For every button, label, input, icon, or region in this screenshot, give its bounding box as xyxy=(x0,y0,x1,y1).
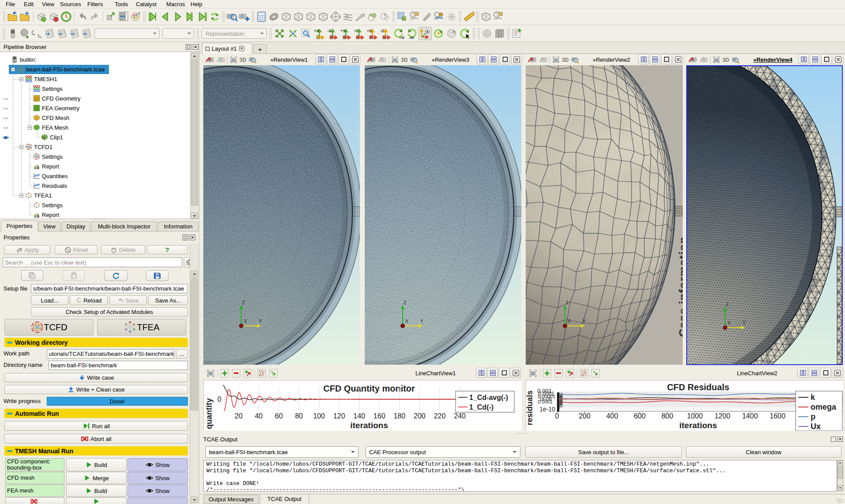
svg-text:+Y: +Y xyxy=(340,29,345,33)
svg-text:40: 40 xyxy=(255,412,263,420)
svg-text:Y: Y xyxy=(583,319,586,324)
svg-text:0.0001: 0.0001 xyxy=(538,399,553,404)
svg-text:200: 200 xyxy=(579,412,591,420)
svg-text:140: 140 xyxy=(353,412,365,420)
svg-text:CFD Residuals: CFD Residuals xyxy=(667,382,729,392)
svg-text:-Z: -Z xyxy=(380,29,384,33)
svg-text:160: 160 xyxy=(374,412,385,420)
svg-text:quantity: quantity xyxy=(205,398,213,429)
svg-text:+90: +90 xyxy=(399,36,404,39)
svg-text:Z: Z xyxy=(566,300,568,305)
svg-text:X: X xyxy=(405,319,408,324)
svg-text:-X: -X xyxy=(327,29,331,33)
svg-text:1600: 1600 xyxy=(770,412,785,420)
svg-text:omega: omega xyxy=(811,403,837,411)
svg-text:0: 0 xyxy=(217,396,221,403)
svg-text:X: X xyxy=(728,321,731,325)
svg-text:-90: -90 xyxy=(409,36,414,39)
svg-text:Y: Y xyxy=(743,321,746,325)
svg-text:120: 120 xyxy=(333,412,345,420)
svg-text:Z: Z xyxy=(242,300,245,305)
svg-text:+X: +X xyxy=(314,29,319,33)
svg-text:iterations: iterations xyxy=(679,421,717,430)
svg-text:100: 100 xyxy=(313,412,325,420)
svg-text:Case information: Case information xyxy=(677,236,683,337)
svg-text:180: 180 xyxy=(393,412,405,420)
svg-text:800: 800 xyxy=(662,412,673,420)
svg-text:0: 0 xyxy=(555,412,559,420)
svg-text:iterations: iterations xyxy=(350,421,388,430)
svg-text:1400: 1400 xyxy=(742,412,758,420)
svg-text:1000: 1000 xyxy=(687,412,703,420)
svg-text:60: 60 xyxy=(275,412,283,420)
svg-text:1200: 1200 xyxy=(714,412,730,420)
svg-text:80: 80 xyxy=(295,412,303,420)
svg-text:p: p xyxy=(811,412,815,421)
svg-text:X: X xyxy=(568,319,571,324)
svg-text:1_Cd(-): 1_Cd(-) xyxy=(469,403,494,411)
svg-text:220: 220 xyxy=(434,412,446,420)
svg-text:Y: Y xyxy=(259,319,262,324)
svg-text:Z: Z xyxy=(404,300,406,305)
svg-text:1_Cd-avg(-): 1_Cd-avg(-) xyxy=(469,394,508,401)
svg-text:Ux: Ux xyxy=(811,422,821,431)
svg-text:k: k xyxy=(811,393,815,402)
svg-text:600: 600 xyxy=(634,412,646,420)
svg-text:residuals: residuals xyxy=(526,390,534,425)
svg-text:CFD Quantity monitor: CFD Quantity monitor xyxy=(323,384,415,393)
svg-text:240: 240 xyxy=(454,412,466,420)
svg-text:+Z: +Z xyxy=(367,29,372,33)
svg-text:20: 20 xyxy=(235,412,243,420)
svg-text:200: 200 xyxy=(414,412,426,420)
svg-text:-Y: -Y xyxy=(354,29,358,33)
svg-text:Y: Y xyxy=(420,319,423,324)
svg-text:400: 400 xyxy=(606,412,618,420)
svg-text:1e-10: 1e-10 xyxy=(539,406,555,413)
svg-text:X: X xyxy=(244,319,247,324)
svg-text:Z: Z xyxy=(726,302,729,307)
